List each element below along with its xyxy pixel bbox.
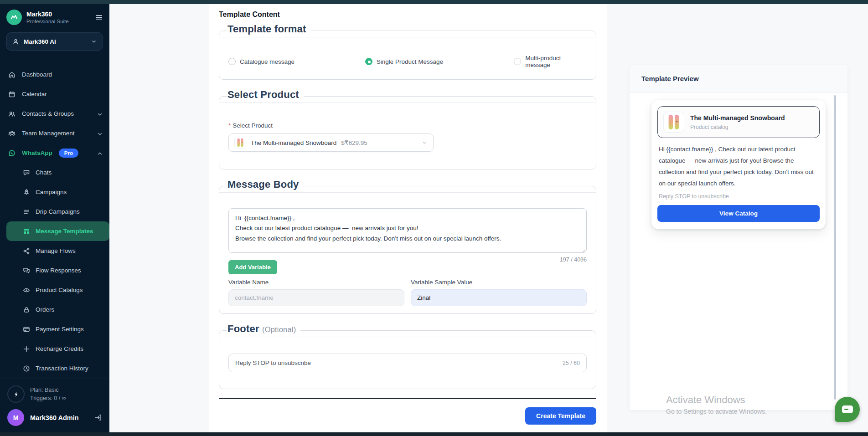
sidebar-item-label: Drip Campaigns (36, 208, 80, 215)
body-char-counter: 197 / 4096 (228, 256, 587, 263)
workspace-selector[interactable]: Mark360 AI (6, 32, 103, 51)
layout-icon (23, 228, 30, 235)
sidebar-item-team-management[interactable]: Team Management (0, 123, 109, 143)
view-catalog-button[interactable]: View Catalog (657, 205, 820, 222)
page-title: Template Content (219, 10, 596, 19)
sidebar-item-recharge-credits[interactable]: Recharge Credits (0, 339, 109, 359)
sidebar-item-dashboard[interactable]: Dashboard (0, 65, 109, 84)
pro-badge: Pro (59, 149, 78, 158)
mark360-logo-icon (6, 10, 22, 25)
sidebar-item-label: Message Templates (36, 228, 93, 235)
chats-multi-icon (23, 267, 30, 274)
sidebar-item-label: Transaction History (36, 365, 88, 372)
home-icon (8, 71, 16, 78)
message-body-legend: Message Body (227, 179, 303, 190)
preview-product-card: The Multi-managed Snowboard Product cata… (657, 106, 820, 138)
sidebar-item-whatsapp[interactable]: WhatsAppPro (0, 143, 109, 163)
sidebar-item-label: Manage Flows (36, 247, 76, 254)
template-format-section: Template format Catalogue messageSingle … (219, 31, 596, 80)
plan-label: Plan: Basic (30, 386, 66, 394)
template-format-legend: Template format (227, 23, 311, 35)
workspace-label: Mark360 AI (24, 38, 91, 45)
lines-icon (23, 208, 30, 215)
sidebar-item-flow-responses[interactable]: Flow Responses (0, 261, 109, 280)
preview-product-name: The Multi-managed Snowboard (690, 114, 785, 122)
section-rule (219, 337, 596, 337)
main-area: Template Content Template format Catalog… (109, 4, 868, 432)
sidebar-item-calendar[interactable]: Calendar (0, 84, 109, 104)
template-preview-panel: Template Preview (630, 65, 847, 410)
radio-unselected-icon[interactable] (514, 58, 521, 65)
sidebar-item-label: Payment Settings (36, 326, 84, 333)
footer-section: Footer (Optional) 25 / 60 (219, 330, 596, 389)
format-radio-single-product-message[interactable]: Single Product Message (365, 55, 514, 68)
sidebar-item-manage-flows[interactable]: Manage Flows (0, 241, 109, 261)
plan-info: Plan: Basic Triggers: 0 / ∞ (6, 384, 103, 406)
format-radio-catalogue-message[interactable]: Catalogue message (228, 55, 365, 68)
brand-block: Mark360 Professional Suite (26, 10, 95, 24)
sidebar-item-payment-settings[interactable]: Payment Settings (0, 319, 109, 339)
sidebar-item-label: Chats (36, 169, 52, 176)
sidebar-footer: Plan: Basic Triggers: 0 / ∞ M Mark360 Ad… (0, 379, 109, 432)
sidebar-divider (0, 59, 109, 59)
sidebar-item-contacts-groups[interactable]: Contacts & Groups (0, 104, 109, 123)
logout-icon[interactable] (94, 414, 102, 421)
variable-sample-field[interactable] (411, 289, 587, 306)
radio-label: Multi-product message (525, 55, 587, 68)
sidebar-item-message-templates[interactable]: Message Templates (6, 221, 109, 241)
product-dropdown[interactable]: The Multi-managed Snowboard $₹629.95 (228, 133, 434, 152)
add-variable-button[interactable]: Add Variable (228, 260, 277, 274)
chevron-down-icon (96, 130, 102, 136)
footer-char-counter: 25 / 60 (563, 360, 580, 366)
sidebar-item-product-catalogs[interactable]: Product Catalogs (0, 280, 109, 300)
selected-product-name: The Multi-managed Snowboard (251, 139, 336, 146)
bolt-icon (7, 385, 25, 403)
menu-toggle-icon[interactable] (95, 13, 103, 21)
radio-selected-icon[interactable] (365, 58, 372, 65)
message-body-input[interactable]: Hi {{contact.fname}} , Check out our lat… (228, 208, 587, 253)
required-asterisk: * (228, 122, 231, 129)
radio-unselected-icon[interactable] (228, 58, 236, 65)
chevron-down-icon (91, 38, 97, 45)
selected-product-price: $₹629.95 (341, 139, 367, 146)
preview-header: Template Preview (630, 65, 847, 92)
sidebar-item-label: Orders (36, 306, 54, 313)
sidebar-item-drip-campaigns[interactable]: Drip Campaigns (0, 202, 109, 221)
user-name: Mark360 Admin (30, 414, 94, 421)
preview-product-subtitle: Product catalog (690, 124, 785, 130)
sidebar-item-label: Contacts & Groups (22, 110, 74, 117)
select-product-section: Select Product *Select Product (219, 96, 596, 169)
form-bottom-divider (219, 398, 596, 399)
sidebar-item-chats[interactable]: Chats (0, 163, 109, 182)
lock-icon (23, 306, 30, 313)
chevron-up-icon (96, 150, 102, 156)
sidebar-item-label: Team Management (22, 130, 75, 137)
user-row[interactable]: M Mark360 Admin (6, 406, 103, 427)
whatsapp-icon (8, 149, 16, 157)
preview-scrollbar[interactable] (834, 95, 836, 400)
format-radio-multi-product-message[interactable]: Multi-product message (514, 55, 587, 68)
variable-name-field (228, 289, 404, 306)
sidebar-item-campaigns[interactable]: Campaigns (0, 182, 109, 202)
sidebar-item-transaction-history[interactable]: Transaction History (0, 359, 109, 378)
eye-icon (23, 287, 30, 294)
clock-icon (23, 365, 30, 372)
team-icon (8, 130, 16, 137)
footer-optional-label: (Optional) (262, 325, 296, 333)
sidebar-item-label: Calendar (22, 91, 47, 97)
users-icon (8, 110, 16, 118)
footer-text-field[interactable] (229, 354, 563, 372)
sidebar-item-label: Campaigns (36, 189, 67, 195)
sidebar-menu: DashboardCalendarContacts & GroupsTeam M… (0, 62, 109, 379)
chat-bubble-icon (842, 405, 853, 413)
chat-widget-button[interactable] (835, 397, 860, 422)
sidebar-item-orders[interactable]: Orders (0, 300, 109, 319)
section-rule (219, 103, 596, 103)
app-screen: Mark360 Professional Suite Mark360 AI Da… (0, 0, 868, 436)
preview-title: Template Preview (641, 75, 699, 82)
message-body-section: Message Body Hi {{contact.fname}} , Chec… (219, 186, 596, 314)
avatar: M (7, 409, 24, 426)
sidebar-item-label: WhatsApp (22, 149, 52, 156)
variable-sample-label: Variable Sample Value (411, 279, 587, 286)
create-template-button[interactable]: Create Template (525, 407, 596, 425)
